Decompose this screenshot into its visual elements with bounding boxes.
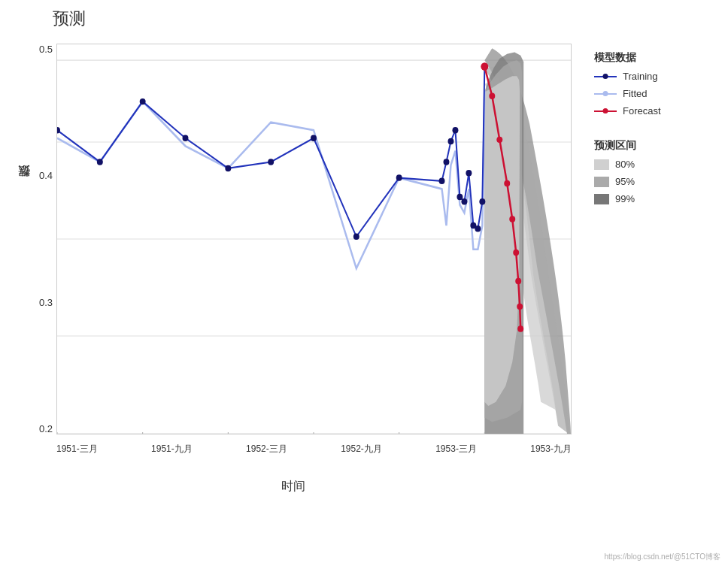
x-axis-label: 时间	[281, 479, 305, 495]
x-tick-1951-mar: 1951-三月	[56, 443, 98, 456]
svg-point-30	[496, 137, 502, 143]
legend-training-line	[594, 76, 617, 77]
legend-80: 80%	[594, 159, 714, 170]
legend-80-box	[594, 159, 609, 170]
svg-point-36	[517, 325, 523, 331]
legend-99: 99%	[594, 193, 714, 204]
legend-interval-title: 预测区间	[594, 139, 714, 153]
svg-point-32	[509, 216, 515, 222]
legend-80-label: 80%	[615, 159, 635, 170]
legend-separator	[594, 124, 714, 132]
y-tick-0.3: 0.3	[39, 297, 53, 308]
chart-area: 数据 0.5 0.4 0.3 0.2	[8, 36, 720, 566]
x-tick-1953-mar: 1953-三月	[435, 443, 477, 456]
svg-point-21	[457, 194, 463, 200]
x-tick-1952-mar: 1952-三月	[246, 443, 287, 456]
svg-point-19	[447, 138, 453, 144]
legend-forecast-line	[594, 110, 617, 112]
legend-95-label: 95%	[615, 176, 635, 187]
y-tick-0.5: 0.5	[39, 44, 53, 55]
x-tick-1953-sep: 1953-九月	[530, 443, 572, 456]
svg-point-33	[513, 250, 519, 256]
x-tick-labels: 1951-三月 1951-九月 1952-三月 1952-九月 1953-三月 …	[56, 443, 572, 456]
legend-95: 95%	[594, 176, 714, 187]
legend-fitted-line	[594, 93, 617, 95]
svg-point-34	[515, 278, 521, 284]
legend-fitted: Fitted	[594, 88, 714, 99]
legend-area: 模型数据 Training Fitted	[594, 51, 714, 210]
svg-point-18	[443, 159, 449, 165]
svg-point-31	[504, 180, 510, 186]
page-title: 预测	[53, 8, 720, 30]
svg-point-9	[97, 159, 103, 165]
svg-point-35	[517, 304, 523, 310]
page-container: 预测 数据 0.5 0.4 0.3 0.2	[0, 0, 728, 566]
svg-point-20	[452, 127, 458, 133]
chart-wrapper: 数据 0.5 0.4 0.3 0.2	[8, 36, 579, 502]
legend-forecast-dot	[603, 108, 608, 114]
y-tick-labels: 0.5 0.4 0.3 0.2	[11, 44, 53, 434]
legend-training-label: Training	[623, 71, 657, 82]
svg-point-22	[461, 198, 467, 204]
svg-point-12	[225, 165, 231, 171]
legend-forecast: Forecast	[594, 105, 714, 117]
legend-training-dot	[603, 74, 608, 79]
legend-99-box	[594, 194, 609, 204]
chart-svg	[57, 44, 571, 434]
watermark: https://blog.csdn.net/@51CTO博客	[605, 552, 720, 562]
svg-point-14	[311, 135, 317, 141]
legend-model-title: 模型数据	[594, 51, 714, 65]
svg-point-10	[140, 98, 146, 104]
svg-point-11	[183, 135, 189, 141]
svg-point-16	[396, 174, 402, 180]
legend-forecast-label: Forecast	[623, 105, 661, 117]
legend-99-label: 99%	[615, 193, 635, 204]
svg-point-17	[439, 178, 445, 184]
legend-fitted-dot	[603, 91, 608, 96]
y-tick-0.2: 0.2	[39, 423, 53, 434]
x-tick-1952-sep: 1952-九月	[341, 443, 382, 456]
chart-plot	[56, 44, 572, 434]
y-tick-0.4: 0.4	[39, 170, 53, 181]
svg-point-28	[481, 63, 487, 69]
legend-fitted-label: Fitted	[623, 88, 648, 99]
legend-training: Training	[594, 71, 714, 82]
svg-point-13	[268, 159, 274, 165]
svg-point-23	[466, 170, 472, 176]
svg-point-15	[353, 234, 359, 240]
legend-95-box	[594, 177, 609, 187]
svg-point-26	[479, 198, 485, 204]
svg-point-29	[489, 92, 495, 98]
x-tick-1951-sep: 1951-九月	[151, 443, 193, 456]
svg-point-25	[475, 225, 481, 232]
